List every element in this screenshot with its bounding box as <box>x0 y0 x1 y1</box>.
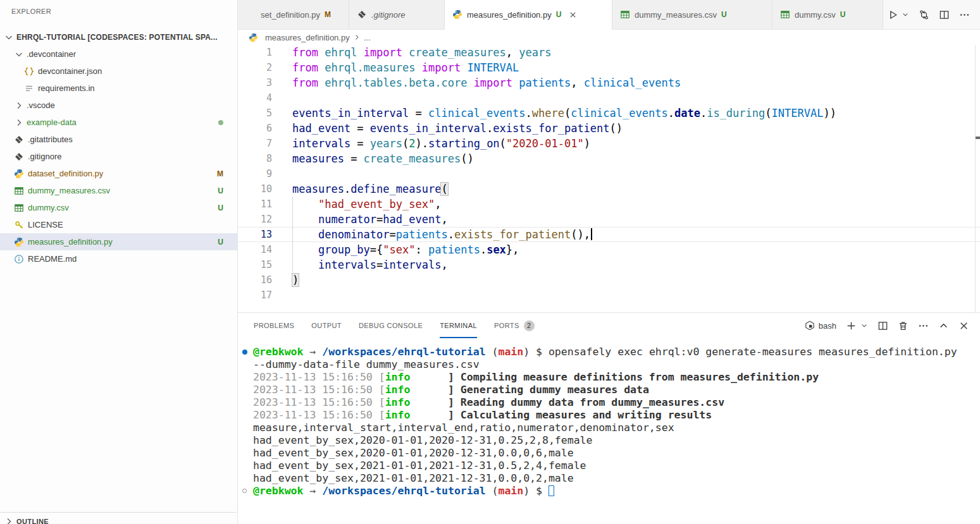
tree-item-dummy-csv[interactable]: dummy.csvU <box>0 199 237 216</box>
line-number[interactable]: 7 <box>238 136 272 151</box>
play-icon[interactable] <box>888 9 898 20</box>
tab-set-definition-py[interactable]: set_definition.pyM <box>238 0 349 30</box>
panel-tab-terminal[interactable]: TERMINAL <box>440 313 477 338</box>
breadcrumb-more[interactable]: ... <box>364 33 371 42</box>
line-number[interactable]: 1 <box>238 45 272 60</box>
trash-icon[interactable] <box>898 320 909 331</box>
code-editor[interactable]: 1from ehrql import create_measures, year… <box>238 45 980 312</box>
tree-item-devcontainer-json[interactable]: devcontainer.json <box>0 63 237 80</box>
panel-tab-ports[interactable]: PORTS2 <box>494 313 535 338</box>
terminal-line: had_event_by_sex,2021-01-01,2021-12-31,0… <box>253 460 980 472</box>
code-line-content: intervals = years(2).starting_on("2020-0… <box>292 136 980 151</box>
code-line-content: events_in_interval = clinical_events.whe… <box>292 106 980 121</box>
tree-item-label: LICENSE <box>28 220 63 229</box>
panel-tab-label: OUTPUT <box>311 322 342 329</box>
ellipsis-icon[interactable] <box>918 320 929 331</box>
tree-item-gitignore[interactable]: .gitignore <box>0 148 237 165</box>
tab-dummy-measures-csv[interactable]: dummy_measures.csvU <box>612 0 772 30</box>
line-number[interactable]: 2 <box>238 60 272 75</box>
terminal-toolbar: bash <box>805 313 980 338</box>
code-line-11[interactable]: 11 "had_event_by_sex", <box>238 197 980 212</box>
plus-icon[interactable] <box>846 320 857 331</box>
split-editor-icon[interactable] <box>878 320 888 331</box>
tree-item-devcontainer[interactable]: .devcontainer <box>0 46 237 63</box>
code-line-15[interactable]: 15 intervals=intervals, <box>238 257 980 272</box>
panel-tab-debug-console[interactable]: DEBUG CONSOLE <box>359 313 423 338</box>
code-line-10[interactable]: 10measures.define_measure( <box>238 181 980 197</box>
line-number[interactable]: 5 <box>238 106 272 121</box>
close-icon[interactable] <box>958 320 969 331</box>
code-line-5[interactable]: 5events_in_interval = clinical_events.wh… <box>238 106 980 121</box>
python-file-icon <box>14 169 24 179</box>
code-line-3[interactable]: 3from ehrql.tables.beta.core import pati… <box>238 75 980 90</box>
line-number[interactable]: 4 <box>238 90 272 106</box>
line-number[interactable]: 16 <box>238 272 272 288</box>
tab-label: measures_definition.py <box>467 10 552 20</box>
tree-item-vscode[interactable]: .vscode <box>0 97 237 114</box>
breadcrumb-file[interactable]: measures_definition.py <box>265 33 350 42</box>
line-number[interactable]: 3 <box>238 75 272 90</box>
panel-tab-problems[interactable]: PROBLEMS <box>254 313 294 338</box>
line-number[interactable]: 10 <box>238 181 272 197</box>
code-line-6[interactable]: 6had_event = events_in_interval.exists_f… <box>238 121 980 136</box>
code-line-content <box>292 90 980 106</box>
explorer-more-actions-icon[interactable] <box>216 6 226 16</box>
code-line-8[interactable]: 8measures = create_measures() <box>238 151 980 166</box>
tab-label: .gitignore <box>371 10 405 20</box>
chevron-down-icon[interactable] <box>902 11 909 18</box>
close-icon[interactable] <box>567 9 578 20</box>
json-file-icon <box>24 66 34 76</box>
line-number[interactable]: 17 <box>238 288 272 303</box>
tree-item-license[interactable]: LICENSE <box>0 216 237 233</box>
tree-item-measures-definition-py[interactable]: measures_definition.pyU <box>0 233 237 250</box>
tree-item-example-data[interactable]: example-data <box>0 114 237 131</box>
line-number[interactable]: 14 <box>238 242 272 257</box>
code-line-13[interactable]: 13 denominator=patients.exists_for_patie… <box>238 227 980 242</box>
ellipsis-icon[interactable] <box>959 9 970 20</box>
git-status-badge: U <box>556 10 562 19</box>
explorer-sidebar: EXPLORER EHRQL-TUTORIAL [CODESPACES: POT… <box>0 0 238 524</box>
split-editor-icon[interactable] <box>939 9 950 20</box>
tree-item-dummy-measures-csv[interactable]: dummy_measures.csvU <box>0 182 237 199</box>
terminal-shell-selector[interactable]: bash <box>805 320 836 331</box>
tab-dummy-csv[interactable]: dummy.csvU <box>772 0 883 30</box>
tab-gitignore[interactable]: .gitignore <box>349 0 445 30</box>
git-status-badge: U <box>218 238 223 247</box>
tree-item-gitattributes[interactable]: .gitattributes <box>0 131 237 148</box>
line-number[interactable]: 8 <box>238 151 272 166</box>
code-line-14[interactable]: 14 group_by={"sex": patients.sex}, <box>238 242 980 257</box>
chevron-up-icon[interactable] <box>938 320 949 331</box>
code-line-16[interactable]: 16) <box>238 272 980 288</box>
open-changes-icon[interactable] <box>919 9 929 20</box>
tree-item-readme-md[interactable]: README.md <box>0 250 237 267</box>
code-line-4[interactable]: 4 <box>238 90 980 106</box>
chevron-down-icon[interactable] <box>860 322 868 329</box>
tree-item-requirements-in[interactable]: requirements.in <box>0 80 237 97</box>
code-line-12[interactable]: 12 numerator=had_event, <box>238 212 980 227</box>
code-line-17[interactable]: 17 <box>238 288 980 303</box>
line-number[interactable]: 13 <box>238 227 272 242</box>
tab-measures-definition-py[interactable]: measures_definition.pyU <box>445 0 612 30</box>
line-number[interactable]: 6 <box>238 121 272 136</box>
git-file-icon <box>14 152 24 162</box>
line-number[interactable]: 11 <box>238 197 272 212</box>
panel-header: PROBLEMSOUTPUTDEBUG CONSOLETERMINALPORTS… <box>238 313 980 338</box>
code-line-1[interactable]: 1from ehrql import create_measures, year… <box>238 45 980 60</box>
line-number[interactable]: 15 <box>238 257 272 272</box>
overview-ruler-mark <box>976 137 980 139</box>
python-file-icon <box>452 9 462 20</box>
outline-section-header[interactable]: OUTLINE <box>0 512 237 524</box>
code-line-7[interactable]: 7intervals = years(2).starting_on("2020-… <box>238 136 980 151</box>
code-line-9[interactable]: 9 <box>238 166 980 181</box>
git-status-badge: M <box>325 10 331 19</box>
code-line-2[interactable]: 2from ehrql.measures import INTERVAL <box>238 60 980 75</box>
line-number[interactable]: 9 <box>238 166 272 181</box>
line-number[interactable]: 12 <box>238 212 272 227</box>
panel-tab-output[interactable]: OUTPUT <box>311 313 342 338</box>
terminal-output[interactable]: @rebkwok → /workspaces/ehrql-tutorial (m… <box>238 342 980 524</box>
git-file-icon <box>357 9 367 20</box>
tree-item-dataset-definition-py[interactable]: dataset_definition.pyM <box>0 165 237 182</box>
tree-item-label: dummy.csv <box>28 203 69 212</box>
tree-item-ehrql-tutorial-codespaces-potential-spa[interactable]: EHRQL-TUTORIAL [CODESPACES: POTENTIAL SP… <box>0 28 237 46</box>
overview-ruler <box>975 45 976 312</box>
